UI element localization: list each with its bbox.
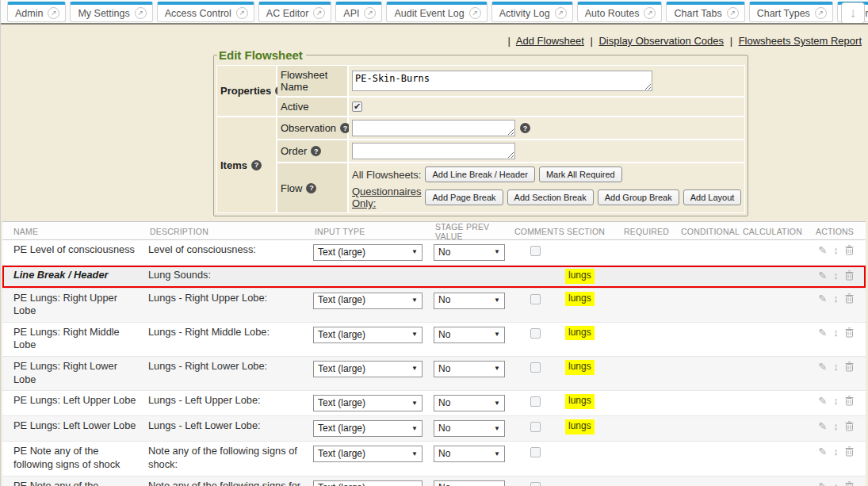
help-icon[interactable]: ? xyxy=(520,123,530,133)
comments-checkbox[interactable] xyxy=(530,362,541,373)
tab-chart-tabs[interactable]: Chart Tabs↗ xyxy=(666,2,744,22)
column-header-calculation: CALCULATION xyxy=(741,227,814,236)
tab-chart-types[interactable]: Chart Types↗ xyxy=(749,2,833,22)
add-line-break-header-button[interactable]: Add Line Break / Header xyxy=(425,166,534,182)
external-link-icon[interactable]: ↗ xyxy=(364,7,376,19)
row-required-cell xyxy=(622,326,679,352)
trash-icon[interactable] xyxy=(845,270,854,281)
move-row-icon[interactable]: ↕ xyxy=(833,396,839,406)
comments-checkbox[interactable] xyxy=(530,294,541,304)
row-name-cell: PE Lungs: Right Lower Lobe xyxy=(2,360,148,386)
comments-checkbox[interactable] xyxy=(530,246,541,256)
edit-pencil-icon[interactable]: ✎ xyxy=(818,446,827,457)
external-link-icon[interactable]: ↗ xyxy=(727,7,739,19)
move-row-icon[interactable]: ↕ xyxy=(833,446,839,457)
active-checkbox[interactable]: ✔ xyxy=(352,101,362,112)
comments-checkbox[interactable] xyxy=(530,447,541,457)
external-link-icon[interactable]: ↗ xyxy=(236,7,248,19)
add-flowsheet-link[interactable]: Add Flowsheet xyxy=(516,35,584,47)
external-link-icon[interactable]: ↗ xyxy=(555,7,567,19)
comments-checkbox[interactable] xyxy=(530,396,541,407)
move-row-icon[interactable]: ↕ xyxy=(833,421,839,431)
trash-icon[interactable] xyxy=(845,245,854,255)
edit-pencil-icon[interactable]: ✎ xyxy=(818,421,827,431)
row-conditional-cell xyxy=(679,394,741,411)
comments-checkbox[interactable] xyxy=(530,328,541,339)
tab-audit-event-log[interactable]: Audit Event Log↗ xyxy=(386,2,487,22)
stage-prev-value-select[interactable]: No▼ xyxy=(434,361,505,377)
move-row-icon[interactable]: ↕ xyxy=(833,270,839,281)
row-input-type-cell: Text (large)▼ xyxy=(313,480,434,486)
help-icon[interactable]: ? xyxy=(251,160,262,170)
move-row-icon[interactable]: ↕ xyxy=(833,362,839,372)
edit-pencil-icon[interactable]: ✎ xyxy=(818,481,827,486)
tab-admin[interactable]: Admin↗ xyxy=(7,2,66,22)
input-type-select[interactable]: Text (large)▼ xyxy=(313,446,423,462)
observation-input[interactable] xyxy=(352,120,515,136)
input-type-select[interactable]: Text (large)▼ xyxy=(313,420,423,437)
tab-label: API xyxy=(343,8,359,19)
trash-icon[interactable] xyxy=(845,421,854,431)
stage-prev-value-select[interactable]: No▼ xyxy=(434,244,505,261)
comments-checkbox[interactable] xyxy=(530,482,541,486)
input-type-select[interactable]: Text (large)▼ xyxy=(313,293,423,309)
add-page-break-button[interactable]: Add Page Break xyxy=(425,189,503,205)
tab-my-settings[interactable]: My Settings↗ xyxy=(70,2,152,22)
move-row-icon[interactable]: ↕ xyxy=(833,327,839,338)
tab-label: Access Control xyxy=(165,8,231,19)
edit-pencil-icon[interactable]: ✎ xyxy=(818,327,827,338)
external-link-icon[interactable]: ↗ xyxy=(313,7,325,19)
edit-pencil-icon[interactable]: ✎ xyxy=(818,293,827,304)
input-type-select[interactable]: Text (large)▼ xyxy=(313,395,423,411)
input-type-value: Text (large) xyxy=(318,294,365,307)
tab-api[interactable]: API↗ xyxy=(335,2,382,22)
stage-prev-value-select[interactable]: No▼ xyxy=(434,293,505,309)
input-type-select[interactable]: Text (large)▼ xyxy=(313,327,423,343)
edit-pencil-icon[interactable]: ✎ xyxy=(818,362,827,372)
stage-prev-value-select[interactable]: No▼ xyxy=(434,480,505,486)
edit-pencil-icon[interactable]: ✎ xyxy=(818,245,827,255)
comments-checkbox[interactable] xyxy=(530,422,541,432)
tab-scroll-down-button[interactable]: ↓ xyxy=(841,2,865,24)
flowsheet-name-input[interactable]: PE-Skin-Burns xyxy=(352,71,652,91)
order-input[interactable] xyxy=(352,143,515,159)
tab-auto-routes[interactable]: Auto Routes↗ xyxy=(577,2,663,22)
help-icon[interactable]: ? xyxy=(311,146,321,156)
trash-icon[interactable] xyxy=(845,362,854,372)
external-link-icon[interactable]: ↗ xyxy=(644,7,656,19)
input-type-select[interactable]: Text (large)▼ xyxy=(313,244,423,261)
stage-prev-value-select[interactable]: No▼ xyxy=(434,446,505,462)
trash-icon[interactable] xyxy=(845,293,854,304)
stage-prev-value-select[interactable]: No▼ xyxy=(434,395,505,411)
move-row-icon[interactable]: ↕ xyxy=(833,245,839,255)
flowsheets-system-report-link[interactable]: Flowsheets System Report xyxy=(739,35,862,47)
move-row-icon[interactable]: ↕ xyxy=(833,293,839,304)
stage-prev-value-select[interactable]: No▼ xyxy=(434,420,505,437)
external-link-icon[interactable]: ↗ xyxy=(815,7,827,19)
help-icon[interactable]: ? xyxy=(306,183,316,193)
input-type-select[interactable]: Text (large)▼ xyxy=(313,361,423,377)
trash-icon[interactable] xyxy=(845,396,854,406)
trash-icon[interactable] xyxy=(845,446,854,457)
column-header-section: SECTION xyxy=(565,227,622,236)
mark-all-required-button[interactable]: Mark All Required xyxy=(539,166,622,182)
row-description-cell: Note any of the following signs of shock… xyxy=(148,445,313,471)
external-link-icon[interactable]: ↗ xyxy=(48,7,59,19)
tab-activity-log[interactable]: Activity Log↗ xyxy=(491,2,573,22)
external-link-icon[interactable]: ↗ xyxy=(135,7,147,19)
tab-access-control[interactable]: Access Control↗ xyxy=(157,2,254,22)
stage-prev-value-select[interactable]: No▼ xyxy=(434,327,505,343)
add-layout-button[interactable]: Add Layout xyxy=(683,189,742,205)
input-type-value: Text (large) xyxy=(318,448,365,461)
add-section-break-button[interactable]: Add Section Break xyxy=(507,189,594,205)
move-row-icon[interactable]: ↕ xyxy=(833,481,839,486)
display-observation-codes-link[interactable]: Display Observation Codes xyxy=(598,35,724,47)
input-type-select[interactable]: Text (large)▼ xyxy=(313,480,423,486)
edit-pencil-icon[interactable]: ✎ xyxy=(818,396,827,406)
trash-icon[interactable] xyxy=(845,327,854,338)
tab-ac-editor[interactable]: AC Editor↗ xyxy=(258,2,332,22)
edit-pencil-icon[interactable]: ✎ xyxy=(818,270,827,281)
add-group-break-button[interactable]: Add Group Break xyxy=(598,189,679,205)
trash-icon[interactable] xyxy=(845,481,854,486)
external-link-icon[interactable]: ↗ xyxy=(469,7,481,19)
